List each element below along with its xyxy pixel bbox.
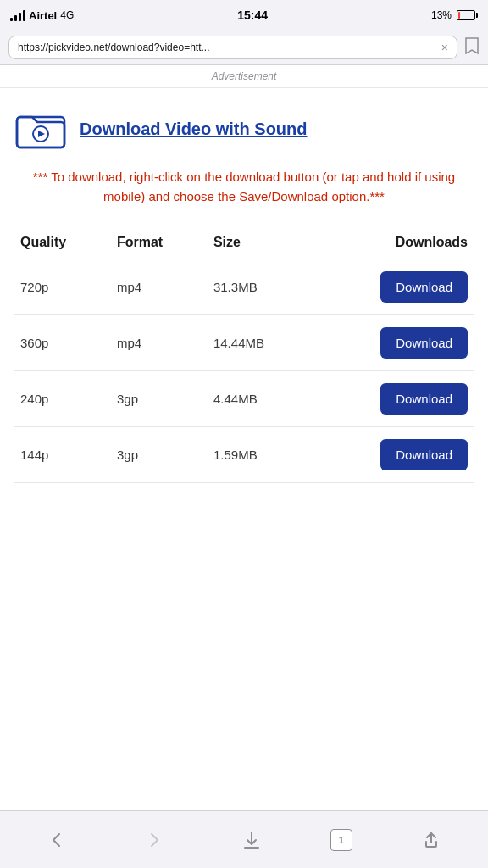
main-content: Download Video with Sound *** To downloa… — [0, 88, 488, 810]
back-icon — [47, 831, 66, 849]
warning-text: *** To download, right-click on the down… — [14, 168, 474, 206]
status-left: Airtel 4G — [10, 9, 74, 22]
cell-size: 1.59MB — [207, 427, 311, 483]
cell-download: Download — [311, 427, 474, 483]
col-quality: Quality — [14, 226, 110, 259]
download-video-section: Download Video with Sound — [14, 105, 474, 153]
url-field[interactable]: https://pickvideo.net/download?video=htt… — [8, 36, 458, 59]
status-right: 13% — [431, 9, 478, 21]
signal-bar-4 — [23, 10, 25, 21]
battery-icon — [457, 10, 478, 20]
network-label: 4G — [60, 9, 74, 21]
forward-icon — [145, 831, 164, 849]
download-icon — [242, 831, 261, 849]
table-row: 720pmp431.3MBDownload — [14, 259, 474, 315]
cell-download: Download — [311, 259, 474, 315]
download-button-720p[interactable]: Download — [380, 271, 468, 303]
cell-size: 14.44MB — [207, 315, 311, 371]
download-table: Quality Format Size Downloads 720pmp431.… — [14, 226, 474, 483]
folder-icon-wrapper — [14, 105, 68, 153]
cell-quality: 360p — [14, 315, 110, 371]
folder-play-icon — [15, 107, 66, 151]
signal-bar-3 — [19, 13, 21, 21]
cell-format: mp4 — [110, 315, 207, 371]
table-header: Quality Format Size Downloads — [14, 226, 474, 259]
status-bar: Airtel 4G 15:44 13% — [0, 0, 488, 31]
signal-bar-1 — [10, 18, 13, 21]
cell-quality: 720p — [14, 259, 110, 315]
url-bar: https://pickvideo.net/download?video=htt… — [0, 31, 488, 65]
table-row: 240p3gp4.44MBDownload — [14, 371, 474, 427]
table-row: 144p3gp1.59MBDownload — [14, 427, 474, 483]
table-body: 720pmp431.3MBDownload360pmp414.44MBDownl… — [14, 259, 474, 483]
status-time: 15:44 — [237, 8, 268, 22]
forward-button[interactable] — [136, 821, 173, 859]
back-button[interactable] — [38, 821, 75, 859]
cell-format: 3gp — [110, 427, 207, 483]
download-video-link[interactable]: Download Video with Sound — [80, 120, 308, 139]
browser-bottom-bar: 1 — [0, 810, 488, 868]
carrier-label: Airtel — [29, 9, 57, 22]
share-button[interactable] — [413, 821, 450, 859]
ad-label: Advertisement — [212, 70, 277, 82]
table-header-row: Quality Format Size Downloads — [14, 226, 474, 259]
url-close-icon[interactable]: × — [441, 41, 448, 54]
col-downloads: Downloads — [311, 226, 474, 259]
battery-tip — [476, 13, 478, 18]
cell-quality: 144p — [14, 427, 110, 483]
svg-marker-2 — [38, 131, 45, 137]
tabs-count: 1 — [339, 835, 344, 845]
bookmark-icon[interactable] — [464, 36, 480, 59]
col-format: Format — [110, 226, 207, 259]
battery-fill — [458, 12, 460, 19]
col-size: Size — [207, 226, 311, 259]
download-button-144p[interactable]: Download — [380, 439, 468, 470]
cell-size: 4.44MB — [207, 371, 311, 427]
tabs-indicator[interactable]: 1 — [330, 829, 352, 851]
download-button-360p[interactable]: Download — [380, 327, 468, 359]
download-button[interactable] — [233, 821, 270, 859]
signal-bar-2 — [14, 15, 17, 21]
signal-bars — [10, 10, 25, 21]
share-icon — [422, 831, 441, 849]
ad-bar: Advertisement — [0, 65, 488, 88]
url-text: https://pickvideo.net/download?video=htt… — [18, 42, 209, 53]
cell-size: 31.3MB — [207, 259, 311, 315]
download-button-240p[interactable]: Download — [380, 383, 468, 415]
battery-percent: 13% — [431, 9, 452, 21]
cell-format: 3gp — [110, 371, 207, 427]
table-row: 360pmp414.44MBDownload — [14, 315, 474, 371]
cell-quality: 240p — [14, 371, 110, 427]
cell-format: mp4 — [110, 259, 207, 315]
cell-download: Download — [311, 315, 474, 371]
battery-body — [457, 10, 475, 20]
cell-download: Download — [311, 371, 474, 427]
